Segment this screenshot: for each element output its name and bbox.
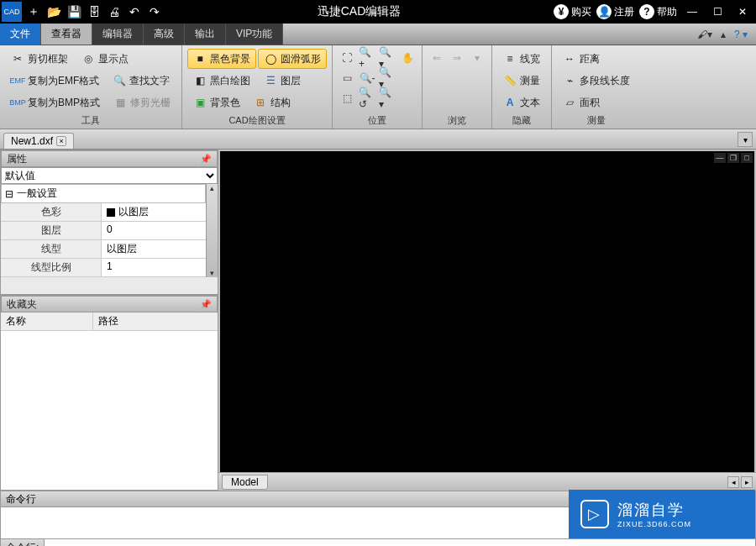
layout-next-icon[interactable]: ▸ <box>741 476 753 488</box>
prop-row[interactable]: 线型比例1 <box>1 259 206 277</box>
yen-icon: ¥ <box>554 4 569 19</box>
maximize-button[interactable]: ☐ <box>707 3 727 20</box>
close-button[interactable]: ✕ <box>732 3 753 20</box>
pin-icon[interactable]: 📌 <box>200 299 212 310</box>
structure-button[interactable]: ⊞结构 <box>248 92 297 113</box>
left-panels: 属性 📌 默认值 ⊟一般设置 色彩以图层 图层0 线型以图层 线型比例1 ▴▾ <box>0 150 218 491</box>
buy-button[interactable]: ¥购买 <box>554 4 591 19</box>
extents-icon[interactable]: ⬚ <box>338 89 356 108</box>
tab-viewer[interactable]: 查看器 <box>41 24 92 45</box>
close-tab-icon[interactable]: × <box>56 136 66 146</box>
help-button[interactable]: ?帮助 <box>639 4 677 19</box>
bg-color-button[interactable]: ▣背景色 <box>187 92 246 113</box>
tab-advanced[interactable]: 高级 <box>144 24 185 45</box>
text-button[interactable]: A文本 <box>497 92 546 113</box>
smooth-arc-button[interactable]: ◯圆滑弧形 <box>258 49 327 69</box>
favorites-panel: 收藏夹 📌 名称 路径 <box>0 295 218 491</box>
minimize-button[interactable]: — <box>682 3 702 20</box>
redo-icon[interactable]: ↷ <box>145 3 164 21</box>
commandline-input-row: 命令行: <box>0 539 756 546</box>
favorites-header: 收藏夹 📌 <box>1 296 218 312</box>
favorites-list[interactable] <box>1 331 218 490</box>
open-icon[interactable]: 📂 <box>45 3 63 21</box>
favorites-col-name[interactable]: 名称 <box>1 312 93 330</box>
ribbon-group-measure: ↔距离 ⌁多段线长度 ▱面积 测量 <box>552 45 641 129</box>
prop-row[interactable]: 线型以图层 <box>1 240 206 259</box>
palette-icon: ▣ <box>193 96 207 109</box>
distance-icon: ↔ <box>563 52 576 66</box>
new-icon[interactable]: ＋ <box>24 3 43 21</box>
show-points-button[interactable]: ◎显示点 <box>76 49 134 69</box>
group-label-measure: 测量 <box>557 113 636 127</box>
clip-frame-button[interactable]: ✂剪切框架 <box>5 49 74 69</box>
help-dropdown-icon[interactable]: ? ▾ <box>734 29 748 40</box>
commandline-input[interactable] <box>45 539 755 546</box>
canvas-restore-icon[interactable]: ❐ <box>727 153 739 163</box>
undo-icon[interactable]: ↶ <box>125 3 144 21</box>
saveall-icon[interactable]: 🗄 <box>85 3 103 21</box>
zoom-reset-icon[interactable]: 🔍↺ <box>358 89 376 108</box>
find-text-button[interactable]: 🔍查找文字 <box>107 71 176 91</box>
zoom-in-icon[interactable]: 🔍+ <box>358 49 376 67</box>
fit-icon[interactable]: ⛶ <box>338 49 356 67</box>
pin-icon[interactable]: 📌 <box>200 154 212 165</box>
zoom-dropdown2-icon[interactable]: 🔍▾ <box>378 69 396 87</box>
bmp-icon: BMP <box>11 96 24 109</box>
collapse-icon[interactable]: ⊟ <box>5 188 13 200</box>
zoom-out-icon[interactable]: 🔍- <box>358 69 376 87</box>
canvas-min-icon[interactable]: — <box>714 153 726 163</box>
titlebar: CAD ＋ 📂 💾 🗄 🖨 ↶ ↷ 迅捷CAD编辑器 ¥购买 👤注册 ?帮助 —… <box>0 0 756 24</box>
drawing-canvas[interactable]: — ❐ □ <box>220 151 754 472</box>
tab-editor[interactable]: 编辑器 <box>92 24 144 45</box>
polyline-length-button[interactable]: ⌁多段线长度 <box>557 71 636 91</box>
tab-output[interactable]: 输出 <box>185 24 226 45</box>
layers-icon: ☰ <box>264 74 277 87</box>
copy-emf-button[interactable]: EMF复制为EMF格式 <box>5 71 105 91</box>
ribbon-group-hide: ≡线宽 📏测量 A文本 隐藏 <box>492 45 552 129</box>
bw-drawing-button[interactable]: ◧黑白绘图 <box>187 71 256 91</box>
area-button[interactable]: ▱面积 <box>557 92 636 113</box>
commandline-history[interactable]: ▷ 溜溜自学 ZIXUE.3D66.COM <box>0 507 756 539</box>
pan-icon[interactable]: ✋ <box>398 49 417 67</box>
black-bg-button[interactable]: ■黑色背景 <box>187 49 256 69</box>
up-arrow-icon[interactable]: ▴ <box>721 29 726 40</box>
linewidth-button[interactable]: ≡线宽 <box>497 49 546 69</box>
properties-scrollbar[interactable]: ▴▾ <box>206 184 218 277</box>
print-icon[interactable]: 🖨 <box>105 3 123 21</box>
model-tab[interactable]: Model <box>222 475 268 490</box>
document-tab[interactable]: New1.dxf × <box>3 133 74 149</box>
tab-file[interactable]: 文件 <box>0 24 41 45</box>
commandline-prompt: 命令行: <box>1 539 45 546</box>
layers-button[interactable]: ☰图层 <box>258 71 307 91</box>
window-icon[interactable]: ▭ <box>338 69 356 87</box>
prop-row[interactable]: 色彩以图层 <box>1 203 206 222</box>
user-icon: 👤 <box>596 4 612 19</box>
ribbon-group-draw: ■黑色背景 ◯圆滑弧形 ◧黑白绘图 ☰图层 ▣背景色 ⊞结构 CAD绘图设置 <box>182 45 333 129</box>
distance-button[interactable]: ↔距离 <box>557 49 636 69</box>
trim-raster-button: ▦修剪光栅 <box>108 92 176 113</box>
properties-filter-select[interactable]: 默认值 <box>1 167 218 184</box>
canvas-wrap: — ❐ □ Model ◂ ▸ <box>218 150 756 491</box>
canvas-max-icon[interactable]: □ <box>741 153 753 163</box>
layout-prev-icon[interactable]: ◂ <box>727 476 739 488</box>
register-button[interactable]: 👤注册 <box>596 4 634 19</box>
prop-row[interactable]: 图层0 <box>1 222 206 240</box>
properties-category[interactable]: ⊟一般设置 <box>1 184 206 203</box>
tab-overflow-icon[interactable]: ▾ <box>738 132 753 147</box>
grid-icon: ▦ <box>113 96 127 109</box>
measure-button[interactable]: 📏测量 <box>497 71 546 91</box>
black-square-icon: ■ <box>193 52 207 66</box>
watermark: ▷ 溜溜自学 ZIXUE.3D66.COM <box>569 490 755 538</box>
ribbon-group-browse: ⇐ ⇒ ▾ 浏览 <box>423 45 492 129</box>
favorites-col-path[interactable]: 路径 <box>93 312 123 330</box>
app-title: 迅捷CAD编辑器 <box>165 4 554 19</box>
work-area: 属性 📌 默认值 ⊟一般设置 色彩以图层 图层0 线型以图层 线型比例1 ▴▾ <box>0 150 756 491</box>
tab-vip[interactable]: VIP功能 <box>226 24 283 45</box>
copy-bmp-button[interactable]: BMP复制为BMP格式 <box>5 92 106 113</box>
save-icon[interactable]: 💾 <box>65 3 83 21</box>
zoom-dropdown-icon[interactable]: 🔍▾ <box>378 49 396 67</box>
style-dropdown-icon[interactable]: 🖌▾ <box>697 29 712 40</box>
menu-right-icons: 🖌▾ ▴ ? ▾ <box>689 24 756 45</box>
play-icon: ▷ <box>580 500 609 528</box>
zoom-dropdown3-icon[interactable]: 🔍▾ <box>378 89 396 108</box>
